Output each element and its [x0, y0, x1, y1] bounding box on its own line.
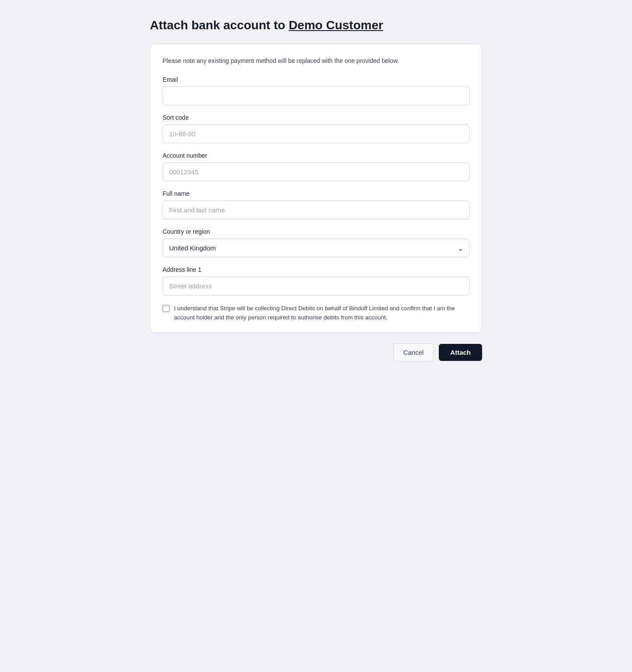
country-field-group: Country or region United Kingdom United … — [163, 228, 469, 257]
account-number-field-group: Account number — [163, 152, 469, 181]
page-title: Attach bank account to Demo Customer — [150, 17, 482, 33]
attach-button[interactable]: Attach — [439, 344, 482, 361]
customer-name: Demo Customer — [288, 18, 383, 32]
email-label: Email — [163, 76, 469, 83]
address-input[interactable] — [163, 277, 469, 295]
full-name-label: Full name — [163, 190, 469, 197]
email-input[interactable] — [163, 87, 469, 105]
full-name-field-group: Full name — [163, 190, 469, 219]
cancel-button[interactable]: Cancel — [393, 343, 434, 361]
consent-checkbox[interactable] — [163, 305, 170, 312]
country-label: Country or region — [163, 228, 469, 235]
page-container: Attach bank account to Demo Customer Ple… — [150, 17, 482, 361]
notice-text: Please note any existing payment method … — [163, 56, 469, 66]
address-label: Address line 1 — [163, 266, 469, 273]
consent-label[interactable]: I understand that Stripe will be collect… — [174, 304, 469, 322]
account-number-input[interactable] — [163, 163, 469, 181]
full-name-input[interactable] — [163, 201, 469, 219]
account-number-label: Account number — [163, 152, 469, 159]
sort-code-label: Sort code — [163, 114, 469, 121]
country-select-wrapper: United Kingdom United States Canada Aust… — [163, 239, 469, 257]
consent-checkbox-row: I understand that Stripe will be collect… — [163, 304, 469, 322]
email-field-group: Email — [163, 76, 469, 105]
sort-code-input[interactable] — [163, 125, 469, 143]
action-row: Cancel Attach — [150, 343, 482, 361]
form-card: Please note any existing payment method … — [150, 44, 482, 333]
address-field-group: Address line 1 — [163, 266, 469, 295]
sort-code-field-group: Sort code — [163, 114, 469, 143]
country-select[interactable]: United Kingdom United States Canada Aust… — [163, 239, 469, 257]
